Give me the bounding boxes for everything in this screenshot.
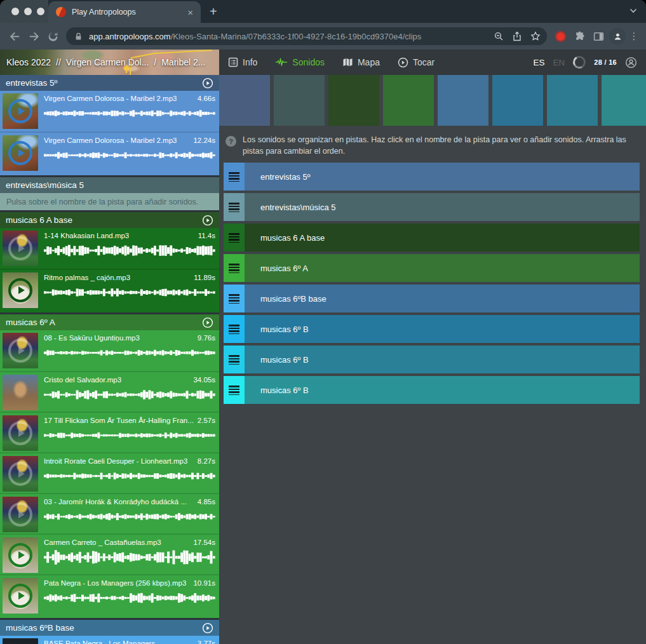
track-drag-handle[interactable]: [224, 193, 245, 221]
track-row[interactable]: musicas 6º A: [224, 254, 640, 282]
clip-item[interactable]: Virgen Carmen Dolorosa - Maribel 2.mp34.…: [0, 91, 219, 131]
track-drag-handle[interactable]: [224, 315, 245, 343]
track-row[interactable]: entrevistas\música 5: [224, 193, 640, 221]
track-name[interactable]: entrevistas\música 5: [245, 193, 640, 221]
clip-body: BASE Pata Negra - Los Managers3.77s: [44, 638, 215, 644]
clip-play-button[interactable]: [8, 584, 32, 608]
track-color-swatch[interactable]: [219, 75, 270, 126]
url-bar[interactable]: app.antropoloops.com/Kleos-Santa-Marina/…: [66, 27, 547, 45]
clip-duration: 3.77s: [198, 638, 215, 644]
track-drag-handle[interactable]: [224, 285, 245, 312]
track-section-header[interactable]: musicas 6 A base: [0, 212, 219, 228]
track-name[interactable]: musicas 6º A: [245, 254, 640, 282]
clip-item[interactable]: Introit Rorate Caeli Desuper - Lionheart…: [0, 452, 219, 493]
breadcrumb-item[interactable]: Maribel 2...: [161, 57, 205, 67]
track-row[interactable]: musicas 6º B: [224, 376, 640, 404]
clip-item[interactable]: Carmen Carreto _ Castañuelas.mp317.54s: [0, 533, 219, 574]
track-row[interactable]: musicas 6ºB base: [224, 285, 640, 312]
tab-close-icon[interactable]: ×: [187, 8, 193, 17]
bookmark-star-icon[interactable]: [530, 31, 541, 41]
breadcrumb[interactable]: Kleos 2022 // Virgen Carmen Dol... / Mar…: [0, 50, 219, 75]
clip-play-button[interactable]: [8, 278, 32, 302]
track-section-header[interactable]: musicas 6º A: [0, 314, 219, 330]
share-icon[interactable]: [512, 31, 522, 41]
tab-info[interactable]: Info: [228, 57, 257, 67]
track-color-swatch[interactable]: [602, 75, 646, 126]
play-track-button[interactable]: [202, 77, 213, 89]
zoom-out-icon[interactable]: [494, 31, 504, 41]
track-name[interactable]: musicas 6ºB base: [245, 285, 640, 312]
clip-item[interactable]: BASE Pata Negra - Los Managers3.77s: [0, 636, 219, 644]
clip-item[interactable]: 1-14 Khakasian Land.mp311.4s: [0, 228, 219, 269]
track-section-header[interactable]: entrevistas 5º: [0, 75, 219, 91]
track-color-swatch[interactable]: [492, 75, 543, 126]
clip-play-button[interactable]: [8, 421, 32, 445]
clip-body: 08 - Es Sakūru Uguntiņu.mp39.76s: [44, 333, 215, 371]
play-track-button[interactable]: [202, 622, 213, 634]
breadcrumb-project[interactable]: Kleos 2022: [6, 57, 51, 67]
clip-item[interactable]: 03 - Jaromír Horák & Konrádyho dudácká .…: [0, 493, 219, 533]
reload-icon[interactable]: [43, 27, 62, 46]
track-color-swatch[interactable]: [383, 75, 434, 126]
track-drag-handle[interactable]: [224, 376, 245, 404]
track-name[interactable]: musicas 6º B: [245, 345, 640, 373]
tab-sonidos[interactable]: Sonidos: [275, 57, 325, 67]
browser-tab[interactable]: Play Antropoloops ×: [48, 1, 201, 23]
track-name[interactable]: entrevistas 5º: [245, 163, 640, 191]
new-tab-button[interactable]: +: [210, 0, 217, 23]
clip-body: Introit Rorate Caeli Desuper - Lionheart…: [44, 456, 215, 493]
clip-item[interactable]: Ritmo palmas _ cajón.mp311.89s: [0, 269, 219, 309]
zoom-window-button[interactable]: [37, 8, 44, 15]
account-icon[interactable]: [625, 57, 637, 69]
track-drag-handle[interactable]: [224, 163, 245, 191]
breadcrumb-group[interactable]: Virgen Carmen Dol...: [66, 57, 149, 67]
record-extension-icon[interactable]: [551, 27, 570, 46]
play-track-button[interactable]: [202, 215, 213, 226]
language-es[interactable]: ES: [533, 58, 544, 67]
extensions-puzzle-icon[interactable]: [570, 27, 589, 46]
track-section-header[interactable]: entrevistas\música 5: [0, 177, 219, 193]
clip-item[interactable]: 17 Till Flickan Som Är Tusen År-Halling …: [0, 412, 219, 452]
track-color-swatch[interactable]: [328, 75, 379, 126]
tab-tocar[interactable]: Tocar: [398, 57, 434, 68]
track-row[interactable]: musicas 6º B: [224, 315, 640, 343]
language-en[interactable]: EN: [553, 58, 565, 67]
browser-menu-icon[interactable]: ⋮: [627, 27, 641, 46]
app-nav: Kleos 2022 // Virgen Carmen Dol... / Mar…: [0, 50, 646, 75]
track-drag-handle[interactable]: [224, 345, 245, 373]
tab-mapa[interactable]: Mapa: [342, 57, 380, 67]
clip-play-button[interactable]: [8, 99, 32, 123]
track-row[interactable]: entrevistas 5º: [224, 163, 640, 191]
profile-avatar[interactable]: [608, 27, 627, 46]
drag-grip-icon: [229, 355, 239, 365]
clip-item[interactable]: Cristo del Salvador.mp334.05s: [0, 371, 219, 412]
track-color-swatch[interactable]: [274, 75, 325, 126]
clip-play-button[interactable]: [8, 141, 32, 165]
track-section-header[interactable]: musicas 6ºB base: [0, 620, 219, 636]
clip-play-button[interactable]: [8, 236, 32, 260]
clip-play-button[interactable]: [8, 462, 32, 486]
clip-item[interactable]: Pata Negra - Los Managers (256 kbps).mp3…: [0, 574, 219, 615]
clip-item[interactable]: Virgen Carmen Dolorosa - Maribel 2.mp312…: [0, 131, 219, 172]
track-name[interactable]: musicas 6º B: [245, 315, 640, 343]
track-color-swatch[interactable]: [438, 75, 488, 126]
clip-play-button[interactable]: [8, 543, 32, 567]
track-name[interactable]: musicas 6 A base: [245, 224, 640, 252]
forward-icon[interactable]: [24, 27, 43, 46]
clip-play-button[interactable]: [8, 339, 32, 363]
back-icon[interactable]: [5, 27, 24, 46]
close-window-button[interactable]: [11, 8, 19, 15]
minimize-window-button[interactable]: [24, 8, 32, 15]
track-color-swatch[interactable]: [547, 75, 598, 126]
track-drag-handle[interactable]: [224, 254, 245, 282]
tab-search-chevron-icon[interactable]: [628, 6, 638, 16]
track-name[interactable]: musicas 6º B: [245, 376, 640, 404]
track-row[interactable]: musicas 6º B: [224, 345, 640, 373]
track-row[interactable]: musicas 6 A base: [224, 224, 640, 252]
clip-play-button[interactable]: [8, 502, 32, 527]
clip-duration: 12.24s: [193, 135, 215, 145]
clip-item[interactable]: 08 - Es Sakūru Uguntiņu.mp39.76s: [0, 330, 219, 371]
play-track-button[interactable]: [202, 317, 213, 328]
side-panel-icon[interactable]: [589, 27, 608, 46]
track-drag-handle[interactable]: [224, 224, 245, 252]
